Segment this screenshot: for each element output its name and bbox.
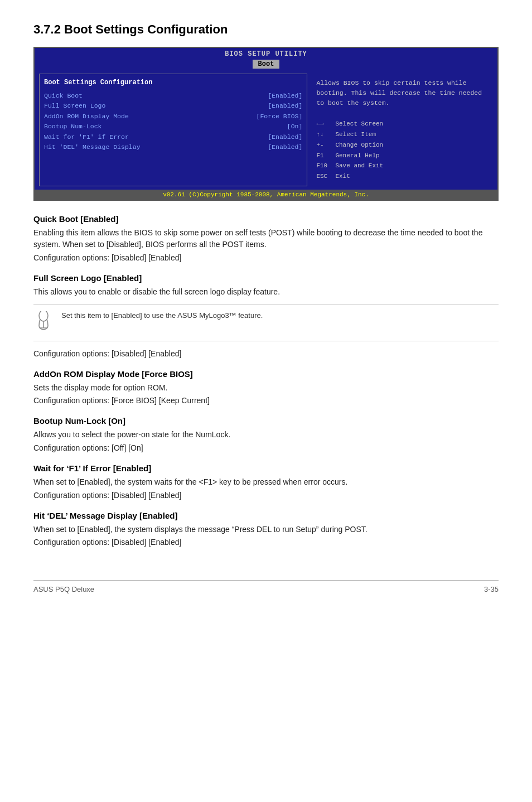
- section-heading-hit-del: Hit ‘DEL’ Message Display [Enabled]: [33, 511, 499, 520]
- section-heading-wait-f1: Wait for ‘F1’ If Error [Enabled]: [33, 463, 499, 473]
- bios-item: Wait for 'F1' if Error[Enabled]: [44, 132, 302, 142]
- section-body-bootup-numlock: Allows you to select the power-on state …: [33, 429, 499, 441]
- config-options-wait-f1: Configuration options: [Disabled] [Enabl…: [33, 491, 499, 500]
- bios-nav-item: F10Save and Exit: [316, 161, 489, 171]
- bios-items: Quick Boot[Enabled]Full Screen Logo[Enab…: [44, 91, 302, 152]
- svg-point-0: [39, 311, 48, 321]
- bios-nav-key: +-: [316, 140, 332, 151]
- section-hit-del: Hit ‘DEL’ Message Display [Enabled]When …: [33, 511, 499, 547]
- section-heading-full-screen-logo: Full Screen Logo [Enabled]: [33, 273, 499, 283]
- bios-item-value: [Enabled]: [268, 101, 302, 111]
- bios-nav-item: +-Change Option: [316, 140, 489, 151]
- section-full-screen-logo: Full Screen Logo [Enabled]This allows yo…: [33, 273, 499, 358]
- bios-item-value: [On]: [287, 122, 303, 132]
- section-heading-quick-boot: Quick Boot [Enabled]: [33, 214, 499, 224]
- bios-nav-action: General Help: [335, 151, 379, 161]
- section-body-addon-rom: Sets the display mode for option ROM.: [33, 382, 499, 394]
- bios-item-value: [Enabled]: [268, 142, 302, 152]
- bios-section-title: Boot Settings Configuration: [44, 79, 302, 86]
- bios-nav-key: F10: [316, 161, 332, 171]
- section-heading-bootup-numlock: Bootup Num-Lock [On]: [33, 416, 499, 426]
- config-options-quick-boot: Configuration options: [Disabled] [Enabl…: [33, 253, 499, 262]
- bios-active-tab: Boot: [253, 60, 280, 69]
- bios-item-label: Hit 'DEL' Message Display: [44, 142, 141, 152]
- bios-nav-action: Save and Exit: [335, 161, 383, 171]
- bios-item-label: Bootup Num-Lock: [44, 122, 102, 132]
- page-footer: ASUS P5Q Deluxe 3-35: [33, 580, 499, 593]
- bios-content: Boot Settings Configuration Quick Boot[E…: [35, 70, 497, 190]
- section-body-full-screen-logo: This allows you to enable or disable the…: [33, 286, 499, 298]
- config-options-addon-rom: Configuration options: [Force BIOS] [Kee…: [33, 396, 499, 405]
- note-icon: [33, 311, 54, 335]
- bios-nav-action: Exit: [335, 171, 350, 182]
- sections-container: Quick Boot [Enabled]Enabling this item a…: [33, 214, 499, 547]
- bios-item-label: Wait for 'F1' if Error: [44, 132, 129, 142]
- section-body-wait-f1: When set to [Enabled], the system waits …: [33, 476, 499, 489]
- bios-item-label: AddOn ROM Display Mode: [44, 112, 129, 122]
- note-box: Set this item to [Enabled] to use the AS…: [33, 304, 499, 341]
- bios-item-label: Quick Boot: [44, 91, 83, 101]
- section-wait-f1: Wait for ‘F1’ If Error [Enabled]When set…: [33, 463, 499, 500]
- bios-screenshot: BIOS SETUP UTILITY Boot Boot Settings Co…: [33, 47, 499, 201]
- bios-nav-key: ↑↓: [316, 129, 332, 140]
- bios-item-label: Full Screen Logo: [44, 101, 105, 111]
- bios-nav-key: ESC: [316, 171, 332, 182]
- bios-tab-bar: Boot: [35, 59, 497, 70]
- bios-item-value: [Enabled]: [268, 91, 302, 101]
- bios-right-panel: Allows BIOS to skip certain tests while …: [312, 74, 493, 186]
- bios-item-value: [Force BIOS]: [257, 112, 303, 122]
- section-quick-boot: Quick Boot [Enabled]Enabling this item a…: [33, 214, 499, 262]
- bios-nav-item: ESCExit: [316, 171, 489, 182]
- config-options-bootup-numlock: Configuration options: [Off] [On]: [33, 443, 499, 452]
- bios-nav: ←→Select Screen↑↓Select Item+-Change Opt…: [316, 119, 489, 181]
- bios-nav-item: F1General Help: [316, 151, 489, 161]
- section-body-hit-del: When set to [Enabled], the system displa…: [33, 524, 499, 536]
- section-bootup-numlock: Bootup Num-Lock [On]Allows you to select…: [33, 416, 499, 452]
- bios-footer: v02.61 (C)Copyright 1985-2008, American …: [35, 190, 497, 200]
- bios-item: Full Screen Logo[Enabled]: [44, 101, 302, 111]
- config-options-hit-del: Configuration options: [Disabled] [Enabl…: [33, 538, 499, 547]
- section-addon-rom: AddOn ROM Display Mode [Force BIOS]Sets …: [33, 369, 499, 405]
- bios-item: Quick Boot[Enabled]: [44, 91, 302, 101]
- section-body-quick-boot: Enabling this item allows the BIOS to sk…: [33, 227, 499, 251]
- config-options-full-screen-logo: Configuration options: [Disabled] [Enabl…: [33, 349, 499, 358]
- page-title: 3.7.2 Boot Settings Configuration: [33, 22, 499, 37]
- bios-nav-item: ←→Select Screen: [316, 119, 489, 129]
- footer-left: ASUS P5Q Deluxe: [33, 585, 94, 593]
- bios-title: BIOS SETUP UTILITY: [35, 48, 497, 59]
- bios-item: Bootup Num-Lock[On]: [44, 122, 302, 132]
- bios-nav-key: ←→: [316, 119, 332, 129]
- bios-item: Hit 'DEL' Message Display[Enabled]: [44, 142, 302, 152]
- bios-left-panel: Boot Settings Configuration Quick Boot[E…: [39, 74, 307, 186]
- bios-nav-action: Select Item: [335, 129, 376, 140]
- section-heading-addon-rom: AddOn ROM Display Mode [Force BIOS]: [33, 369, 499, 379]
- bios-nav-key: F1: [316, 151, 332, 161]
- bios-item-value: [Enabled]: [268, 132, 302, 142]
- footer-right: 3-35: [484, 585, 499, 593]
- bios-nav-action: Select Screen: [335, 119, 383, 129]
- bios-nav-action: Change Option: [335, 140, 383, 151]
- bios-nav-item: ↑↓Select Item: [316, 129, 489, 140]
- bios-item: AddOn ROM Display Mode[Force BIOS]: [44, 112, 302, 122]
- bios-help-text: Allows BIOS to skip certain tests while …: [316, 78, 489, 108]
- note-text: Set this item to [Enabled] to use the AS…: [61, 310, 263, 321]
